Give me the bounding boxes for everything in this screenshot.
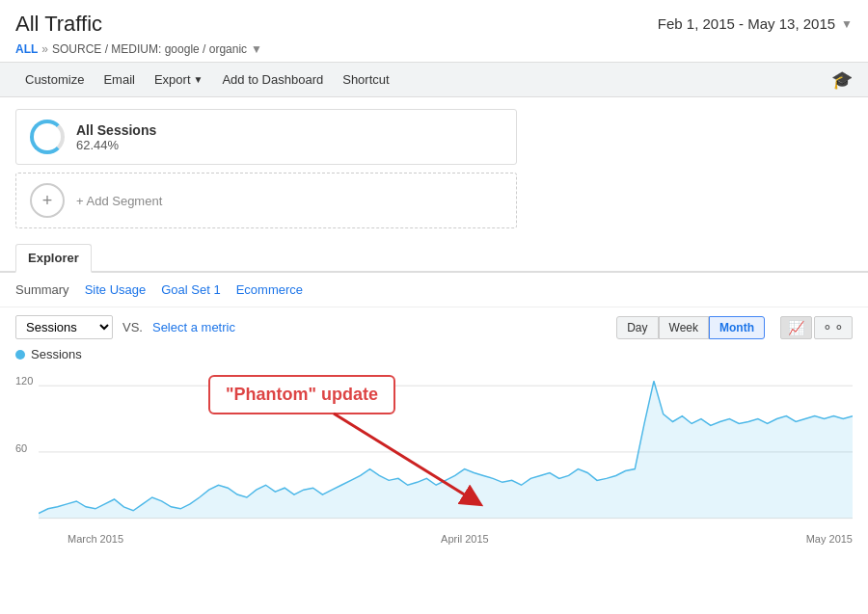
segment-name: All Sessions (76, 122, 156, 138)
all-sessions-segment: All Sessions 62.44% (15, 109, 517, 165)
shortcut-button[interactable]: Shortcut (333, 68, 398, 91)
phantom-label-text: "Phantom" update (226, 385, 378, 404)
segment-percent: 62.44% (76, 138, 156, 152)
main-chart-svg (39, 365, 853, 529)
phantom-callout: "Phantom" update (208, 375, 395, 414)
x-axis: March 2015 April 2015 May 2015 (39, 529, 853, 545)
date-range-text: Feb 1, 2015 - May 13, 2015 (658, 15, 835, 32)
breadcrumb-dropdown-icon[interactable]: ▼ (251, 42, 262, 56)
select-metric-link[interactable]: Select a metric (152, 320, 235, 334)
export-dropdown-icon: ▼ (194, 74, 203, 85)
sessions-legend-dot (15, 350, 25, 360)
day-button[interactable]: Day (616, 316, 658, 339)
subtab-goal-set-1[interactable]: Goal Set 1 (161, 280, 220, 299)
chart-legend: Sessions (15, 347, 853, 361)
breadcrumb-separator: » (41, 42, 48, 56)
all-link[interactable]: ALL (15, 42, 38, 56)
subtab-summary[interactable]: Summary (15, 280, 69, 299)
sessions-donut-icon (30, 120, 65, 154)
sub-tabs: Summary Site Usage Goal Set 1 Ecommerce (0, 273, 868, 307)
time-buttons: Day Week Month (616, 316, 765, 339)
x-label-may: May 2015 (806, 533, 853, 545)
y-axis-60: 60 (15, 442, 27, 454)
toolbar: Customize Email Export ▼ Add to Dashboar… (0, 62, 868, 97)
metric-select[interactable]: Sessions (15, 315, 113, 339)
add-to-dashboard-button[interactable]: Add to Dashboard (212, 68, 333, 91)
export-button[interactable]: Export ▼ (145, 68, 212, 91)
chart-type-buttons: 📈 ⚬⚬ (780, 316, 853, 339)
x-label-april: April 2015 (441, 533, 489, 545)
line-chart-button[interactable]: 📈 (780, 316, 812, 339)
email-button[interactable]: Email (94, 68, 145, 91)
chart-area: Sessions 120 60 "Phantom" update (0, 347, 868, 552)
sessions-legend-label: Sessions (31, 347, 82, 361)
breadcrumb: ALL » SOURCE / MEDIUM: google / organic … (0, 40, 868, 62)
date-range-dropdown-icon[interactable]: ▼ (841, 17, 853, 31)
chart-wrapper: 120 60 "Phantom" update (15, 365, 853, 545)
customize-button[interactable]: Customize (15, 68, 94, 91)
y-axis-120: 120 (15, 375, 33, 387)
add-segment-label: + Add Segment (76, 194, 162, 208)
subtab-ecommerce[interactable]: Ecommerce (236, 280, 303, 299)
segment-info: All Sessions 62.44% (76, 122, 156, 152)
graduation-cap-icon: 🎓 (831, 70, 853, 90)
date-range: Feb 1, 2015 - May 13, 2015 ▼ (658, 15, 853, 32)
x-label-march: March 2015 (68, 533, 123, 545)
add-segment-icon: + (30, 183, 65, 218)
segments-area: All Sessions 62.44% + + Add Segment (0, 97, 868, 240)
week-button[interactable]: Week (659, 316, 709, 339)
chart-controls: Sessions VS. Select a metric Day Week Mo… (0, 307, 868, 347)
scatter-chart-button[interactable]: ⚬⚬ (814, 316, 853, 339)
header: All Traffic Feb 1, 2015 - May 13, 2015 ▼ (0, 0, 868, 40)
help-icon[interactable]: 🎓 (831, 69, 853, 91)
add-segment-box[interactable]: + + Add Segment (15, 173, 517, 228)
breadcrumb-source: SOURCE / MEDIUM: google / organic (52, 42, 247, 56)
month-button[interactable]: Month (709, 316, 765, 339)
page-title: All Traffic (15, 12, 102, 37)
explorer-tab-bar: Explorer (0, 244, 868, 273)
export-label: Export (154, 72, 191, 87)
tab-explorer[interactable]: Explorer (15, 244, 92, 273)
subtab-site-usage[interactable]: Site Usage (85, 280, 147, 299)
vs-label: VS. (122, 320, 143, 334)
